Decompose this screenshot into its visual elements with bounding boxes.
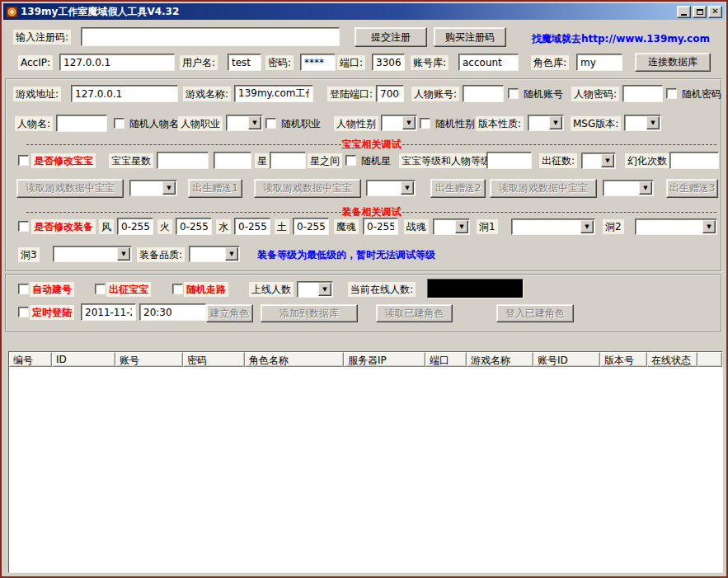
random-gender-checkbox[interactable] xyxy=(420,118,430,129)
char-name-input[interactable] xyxy=(56,115,107,132)
transform-count-input[interactable] xyxy=(669,152,719,169)
auto-create-label: 自动建号 xyxy=(30,282,74,297)
game-name-input[interactable] xyxy=(234,85,313,102)
game-address-label: 游戏地址: xyxy=(13,87,61,101)
wind-input[interactable] xyxy=(117,218,153,235)
dropdown-arrow-icon[interactable]: ▼ xyxy=(702,220,716,233)
random-star-checkbox[interactable] xyxy=(345,155,356,166)
dropdown-arrow-icon[interactable]: ▼ xyxy=(162,181,176,195)
pet-level-input[interactable] xyxy=(486,152,532,169)
read-pet-data-button-1[interactable]: 读取游戏数据中宝宝 xyxy=(16,179,124,198)
equip-quality-select[interactable]: ▼ xyxy=(189,246,240,262)
buy-register-button[interactable]: 购买注册码 xyxy=(434,27,506,47)
login-roles-button[interactable]: 登入已建角色 xyxy=(496,304,574,322)
modify-equip-checkbox[interactable] xyxy=(18,221,29,232)
col-header-server-ip[interactable]: 服务器IP xyxy=(344,352,425,367)
soul-input[interactable] xyxy=(363,218,398,235)
random-account-checkbox[interactable] xyxy=(508,88,519,99)
hole2-select[interactable]: ▼ xyxy=(635,219,717,235)
birth-gift-1-button[interactable]: 出生赠送1 xyxy=(188,179,242,198)
dropdown-arrow-icon[interactable]: ▼ xyxy=(401,181,414,195)
close-button[interactable]: ✕ xyxy=(708,6,722,18)
hole1-select[interactable]: ▼ xyxy=(511,219,595,235)
dropdown-arrow-icon[interactable]: ▼ xyxy=(601,154,614,167)
game-address-input[interactable] xyxy=(71,85,178,102)
birth-gift-3-button[interactable]: 出生赠送3 xyxy=(666,179,718,198)
maximize-button[interactable] xyxy=(693,6,707,18)
dropdown-arrow-icon[interactable]: ▼ xyxy=(646,116,660,129)
random-walk-checkbox[interactable] xyxy=(172,284,183,294)
role-list-header: 编号 ID 账号 密码 角色名称 服务器IP 端口 游戏名称 账号ID 版本号 … xyxy=(9,352,722,367)
col-header-id[interactable]: ID xyxy=(52,352,115,367)
col-header-account-id[interactable]: 账号ID xyxy=(533,352,600,367)
version-select[interactable]: ▼ xyxy=(528,115,564,131)
read-pet-data-button-2[interactable]: 读取游戏数据中宝宝 xyxy=(254,179,361,198)
connect-db-button[interactable]: 连接数据库 xyxy=(635,53,711,72)
read-roles-button[interactable]: 读取已建角色 xyxy=(376,304,453,322)
random-password-checkbox[interactable] xyxy=(666,88,677,99)
char-account-input[interactable] xyxy=(463,85,504,102)
auto-create-checkbox[interactable] xyxy=(18,284,29,294)
dropdown-arrow-icon[interactable]: ▼ xyxy=(225,247,238,261)
water-input[interactable] xyxy=(234,218,270,235)
gender-select[interactable]: ▼ xyxy=(381,115,417,131)
expedition-count-select[interactable]: ▼ xyxy=(581,153,616,169)
random-job-checkbox[interactable] xyxy=(265,118,276,129)
register-code-input[interactable] xyxy=(81,27,340,46)
read-pet-data-button-3[interactable]: 读取游戏数据中宝宝 xyxy=(490,179,597,198)
pet-star-to-input[interactable] xyxy=(214,152,251,169)
col-header-game-name[interactable]: 游戏名称 xyxy=(467,352,533,367)
random-name-checkbox[interactable] xyxy=(114,118,124,129)
dropdown-arrow-icon[interactable]: ▼ xyxy=(549,116,562,129)
hole3-select[interactable]: ▼ xyxy=(53,246,132,262)
db-port-input[interactable] xyxy=(372,54,405,71)
create-role-button[interactable]: 建立角色 xyxy=(206,304,253,322)
col-header-status[interactable]: 在线状态 xyxy=(647,352,697,367)
role-list-body[interactable] xyxy=(9,367,722,573)
dropdown-arrow-icon[interactable]: ▼ xyxy=(639,181,652,195)
login-port-input[interactable] xyxy=(376,85,404,102)
random-name-label: 随机人物名 xyxy=(127,116,181,131)
db-password-input[interactable] xyxy=(300,54,336,71)
role-db-input[interactable] xyxy=(576,54,622,71)
pet-star-third-input[interactable] xyxy=(270,152,306,169)
pet-select-3[interactable]: ▼ xyxy=(603,180,654,196)
promo-link[interactable]: 找魔域就去http://www.139my.com xyxy=(532,32,710,46)
col-header-version[interactable]: 版本号 xyxy=(600,352,647,367)
earth-input[interactable] xyxy=(293,218,329,235)
col-header-account[interactable]: 账号 xyxy=(115,352,183,367)
msg-version-select[interactable]: ▼ xyxy=(624,115,661,131)
birth-gift-2-button[interactable]: 出生赠送2 xyxy=(430,179,486,198)
dropdown-arrow-icon[interactable]: ▼ xyxy=(248,116,261,129)
earth-label: 土 xyxy=(275,219,289,234)
dropdown-arrow-icon[interactable]: ▼ xyxy=(580,220,594,233)
dropdown-arrow-icon[interactable]: ▼ xyxy=(318,283,331,296)
col-header-role-name[interactable]: 角色名称 xyxy=(245,352,344,367)
title-bar[interactable]: 139my工作室魔域假人工具V4.32 ✕ xyxy=(3,3,725,20)
expedition-pet-checkbox[interactable] xyxy=(95,284,106,294)
dropdown-arrow-icon[interactable]: ▼ xyxy=(117,247,130,261)
pet-select-2[interactable]: ▼ xyxy=(366,180,416,196)
dropdown-arrow-icon[interactable]: ▼ xyxy=(402,116,416,129)
timed-login-checkbox[interactable] xyxy=(18,307,29,317)
minimize-button[interactable] xyxy=(677,6,691,18)
pet-star-from-input[interactable] xyxy=(157,152,209,169)
accip-input[interactable] xyxy=(59,54,175,71)
db-user-input[interactable] xyxy=(228,54,261,71)
char-password-input[interactable] xyxy=(622,85,663,102)
online-count-select[interactable]: ▼ xyxy=(297,281,333,298)
dropdown-arrow-icon[interactable]: ▼ xyxy=(455,220,468,233)
job-select[interactable]: ▼ xyxy=(226,115,263,131)
submit-register-button[interactable]: 提交注册 xyxy=(355,27,427,47)
modify-pet-checkbox[interactable] xyxy=(18,155,29,166)
fire-input[interactable] xyxy=(176,218,212,235)
col-header-number[interactable]: 编号 xyxy=(9,352,52,367)
col-header-password[interactable]: 密码 xyxy=(183,352,245,367)
col-header-port[interactable]: 端口 xyxy=(425,352,467,367)
add-to-db-button[interactable]: 添加到数据库 xyxy=(261,304,358,322)
pet-select-1[interactable]: ▼ xyxy=(129,180,177,196)
login-time-input[interactable] xyxy=(139,303,206,321)
account-db-input[interactable] xyxy=(458,54,519,71)
war-soul-select[interactable]: ▼ xyxy=(433,219,470,235)
login-date-input[interactable] xyxy=(81,303,136,321)
